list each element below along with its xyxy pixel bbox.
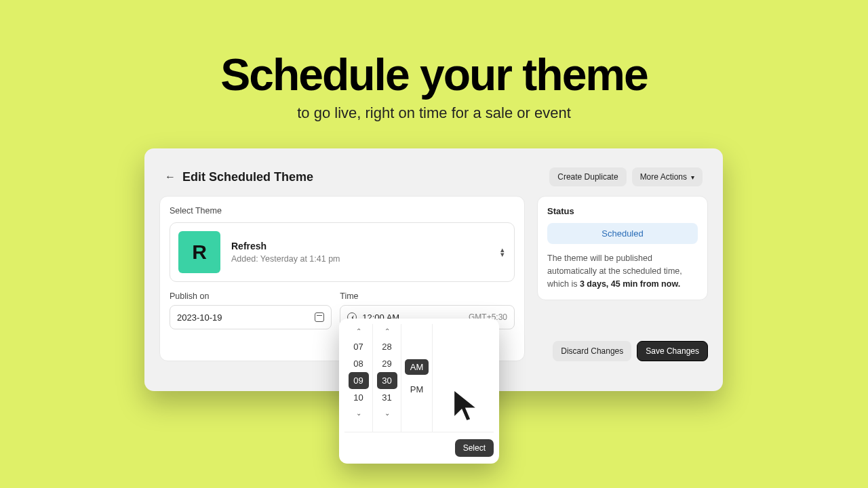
ampm-column: AM PM: [401, 324, 433, 432]
theme-added-meta: Added: Yesterday at 1:41 pm: [231, 254, 340, 264]
create-duplicate-button[interactable]: Create Duplicate: [549, 167, 626, 186]
theme-selector[interactable]: R Refresh Added: Yesterday at 1:41 pm ▴▾: [170, 222, 515, 282]
hour-up-icon[interactable]: ⌃: [356, 324, 361, 338]
save-button[interactable]: Save Changes: [637, 341, 708, 361]
more-actions-label: More Actions: [640, 172, 687, 182]
hour-column: ⌃ 07 08 09 10 ⌄: [344, 324, 373, 432]
hero-title: Schedule your theme: [0, 49, 868, 100]
theme-name: Refresh: [231, 241, 340, 251]
calendar-icon: [315, 312, 324, 322]
page-title: Edit Scheduled Theme: [182, 170, 313, 184]
hour-down-icon[interactable]: ⌄: [356, 406, 361, 420]
more-actions-button[interactable]: More Actions ▾: [632, 167, 703, 186]
time-picker-popover: ⌃ 07 08 09 10 ⌄ ⌃ 28 29 30 31 ⌄ AM PM Se…: [339, 319, 499, 464]
status-label: Status: [547, 206, 698, 216]
ampm-pm[interactable]: PM: [405, 382, 429, 397]
theme-swatch: R: [178, 231, 220, 273]
minute-up-icon[interactable]: ⌃: [384, 324, 390, 338]
status-badge: Scheduled: [547, 223, 698, 244]
publish-date-value: 2023-10-19: [177, 312, 222, 323]
time-picker-select-button[interactable]: Select: [455, 439, 494, 457]
minute-option-selected[interactable]: 30: [377, 372, 397, 389]
hour-option[interactable]: 10: [349, 389, 369, 406]
status-description: The theme will be published automaticall…: [547, 252, 698, 290]
publish-time-label: Time: [340, 291, 515, 301]
hour-option[interactable]: 08: [349, 355, 369, 372]
minute-column: ⌃ 28 29 30 31 ⌄: [373, 324, 401, 432]
publish-date-label: Publish on: [170, 291, 332, 301]
discard-button[interactable]: Discard Changes: [553, 341, 631, 361]
hour-option[interactable]: 07: [349, 338, 369, 355]
publish-date-input[interactable]: 2023-10-19: [170, 305, 332, 329]
minute-option[interactable]: 29: [377, 355, 397, 372]
minute-option[interactable]: 28: [377, 338, 397, 355]
minute-down-icon[interactable]: ⌄: [384, 406, 390, 420]
status-panel: Status Scheduled The theme will be publi…: [537, 196, 708, 300]
select-theme-label: Select Theme: [170, 206, 515, 216]
minute-option[interactable]: 31: [377, 389, 397, 406]
hero-subtitle: to go live, right on time for a sale or …: [0, 104, 868, 122]
hour-option-selected[interactable]: 09: [349, 372, 369, 389]
updown-icon: ▴▾: [500, 247, 505, 257]
ampm-am[interactable]: AM: [405, 359, 429, 375]
back-arrow-icon[interactable]: ←: [165, 171, 176, 183]
chevron-down-icon: ▾: [691, 174, 694, 181]
